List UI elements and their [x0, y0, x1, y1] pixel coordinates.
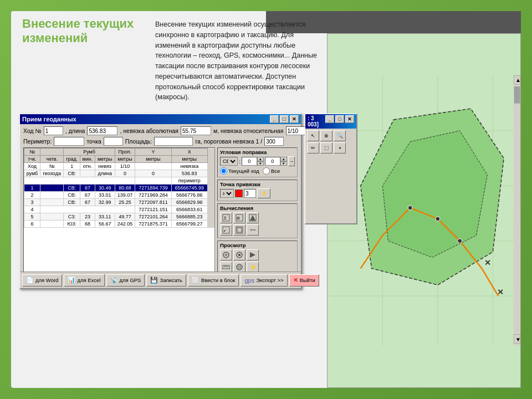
table-row-4[interactable]: 4 7272121.151 6566833.61 — [24, 206, 214, 213]
spinner2-down[interactable]: ▼ — [280, 161, 287, 166]
table-row-5[interactable]: 5 С3: 23 33.11 49.77 7272101.264 5666885… — [24, 213, 214, 221]
uglovaya-group: Угловая поправка СВ : ▲ ▼ — [217, 147, 298, 177]
map-maximize-btn[interactable]: □ — [335, 115, 344, 123]
word-button[interactable]: 📄 для Word — [22, 274, 62, 287]
vychisleniya-group: Вычисления Σ ⊞ — [217, 203, 298, 238]
description-text: Внесение текущих изменений осуществляетс… — [155, 19, 321, 103]
vvesti-button[interactable]: ⬜ Ввести в блок — [188, 274, 239, 287]
tochka-input[interactable] — [104, 137, 123, 146]
svg-rect-15 — [514, 75, 520, 345]
spinner1-down[interactable]: ▼ — [257, 161, 264, 166]
vvesti-label: Ввести в блок — [201, 277, 235, 283]
sh1-sc — [208, 163, 214, 170]
map-minimize-btn[interactable]: _ — [325, 115, 334, 123]
row6-d3: 68 — [80, 221, 95, 228]
vych-btn2[interactable]: ⊞ — [233, 212, 245, 223]
eksport-button[interactable]: gps Экспорт >> — [241, 274, 287, 287]
hod-input[interactable] — [44, 126, 63, 135]
vyhod-button[interactable]: ✕ Выйти — [289, 274, 319, 287]
spinner1-up[interactable]: ▲ — [257, 157, 264, 161]
dlina-label: , длина — [65, 127, 85, 134]
hod-label: Ход № — [23, 127, 42, 134]
svg-point-10 — [408, 206, 412, 210]
nevyazka-abs-input[interactable] — [181, 126, 211, 135]
table-row-2[interactable]: 2 СВ: 67 33.01 139.07 7271969.284 566677… — [24, 192, 214, 199]
row6-d5: 242.05 — [115, 221, 135, 228]
vych-btn3[interactable] — [247, 212, 259, 223]
zapis-button[interactable]: 💾 Записать — [146, 274, 186, 287]
row4-num: 4 — [24, 206, 40, 213]
row1-d3: 67 — [80, 185, 95, 192]
table-row-6[interactable]: 6 Ю3: 68 56.67 242.05 7271875.371 656679… — [24, 221, 214, 228]
map-close-btn[interactable]: ✕ — [345, 115, 354, 123]
table-row-3[interactable]: 3 СВ: 67 32.99 25.25 7272097.811 6566829… — [24, 199, 214, 206]
vych-btn5[interactable] — [233, 224, 245, 236]
row6-num: 6 — [24, 221, 40, 228]
spinner2-up[interactable]: ▲ — [280, 157, 287, 161]
uglovaya-title: Угловая поправка — [220, 149, 295, 155]
tochka-label: точка — [86, 138, 101, 145]
radio-current[interactable]: Текущий ход — [220, 167, 259, 175]
row1-sc — [208, 185, 214, 192]
radio-all[interactable]: Все — [263, 167, 280, 175]
map-tool-3[interactable]: 🔍 — [334, 130, 346, 141]
vych-btn6[interactable]: ~~ — [247, 224, 259, 236]
spinner2: ▲ ▼ — [265, 157, 287, 166]
minimize-button[interactable]: _ — [270, 115, 279, 123]
vych-btn1[interactable]: Σ — [220, 212, 232, 223]
dialog-body: Ход № , длина , невязка абсолютная м, не… — [20, 124, 301, 288]
prsm-btn4[interactable] — [220, 262, 232, 273]
data-table-wrapper: № Румб Проп. Y X тчк. четв. — [23, 147, 215, 286]
nevyazka-rel-input[interactable] — [286, 126, 305, 135]
prosmot-row1 — [220, 249, 295, 260]
vych-row2: ↙ ~~ — [220, 224, 295, 236]
svg-text:⊞: ⊞ — [237, 216, 240, 220]
map-tool-6[interactable]: ⌖ — [334, 142, 346, 154]
prsm-btn2[interactable] — [233, 249, 245, 260]
prsm-btn1[interactable] — [220, 249, 232, 260]
gps-label: для GPS — [120, 277, 141, 283]
excel-button[interactable]: 📊 для Excel — [64, 274, 104, 287]
porog-input[interactable] — [264, 137, 284, 146]
table-row-1-highlighted[interactable]: 1 СВ: 67 30.49 80.68 7271894.739 6566674… — [24, 185, 214, 192]
ploshad-input[interactable] — [154, 137, 193, 146]
spinner2-input[interactable] — [265, 157, 280, 166]
sv-select[interactable]: СВ — [220, 157, 238, 166]
row2-sc — [208, 192, 214, 199]
table-header-row1: № Румб Проп. Y X — [24, 149, 214, 156]
tochka-num-input[interactable] — [244, 189, 256, 198]
ploshad-label: Площадь: — [125, 138, 152, 145]
radio-all-input[interactable] — [263, 167, 270, 175]
row1-d2: СВ: — [64, 185, 80, 192]
row6-y: 7271875.371 — [135, 221, 171, 228]
sh2-4 — [80, 170, 95, 177]
sh1-5: невяз — [95, 163, 115, 170]
prsm-btn6[interactable]: ⚡ — [247, 262, 259, 273]
gps-button[interactable]: 📡 для GPS — [106, 274, 145, 287]
map-tool-2[interactable]: ⊕ — [320, 130, 332, 141]
col-prop: Проп. — [115, 149, 135, 156]
map-tool-5[interactable]: ⬚ — [320, 142, 332, 154]
prsm-btn3[interactable] — [247, 249, 259, 260]
row4-x: 6566833.61 — [171, 206, 207, 213]
tochka-x-select[interactable]: x — [220, 189, 234, 198]
spinner1-input[interactable] — [242, 157, 257, 166]
close-button[interactable]: ✕ — [290, 115, 299, 123]
prsm-btn5[interactable] — [233, 262, 245, 273]
dlina-input[interactable] — [87, 126, 117, 135]
svg-text:↙: ↙ — [223, 228, 227, 232]
prosmotr-group: Просмотр — [217, 241, 298, 275]
svg-point-39 — [237, 264, 242, 270]
map-tool-1[interactable]: ↖ — [307, 130, 319, 141]
apply-btn[interactable]: → — [288, 156, 295, 166]
main-content: Внесение текущих изменений Внесение теку… — [11, 11, 521, 388]
vych-btn4[interactable]: ↙ — [220, 224, 232, 236]
radio-current-input[interactable] — [220, 167, 227, 175]
tochka-action-btn[interactable]: ⚡ — [257, 188, 270, 198]
perimetr-input[interactable] — [54, 137, 84, 146]
spinner1-btns: ▲ ▼ — [257, 157, 264, 166]
sh1-6: 1/10 — [115, 163, 135, 170]
map-tool-4[interactable]: ✏ — [307, 142, 319, 154]
maximize-button[interactable]: □ — [280, 115, 289, 123]
sh2-3: СВ: — [64, 170, 80, 177]
